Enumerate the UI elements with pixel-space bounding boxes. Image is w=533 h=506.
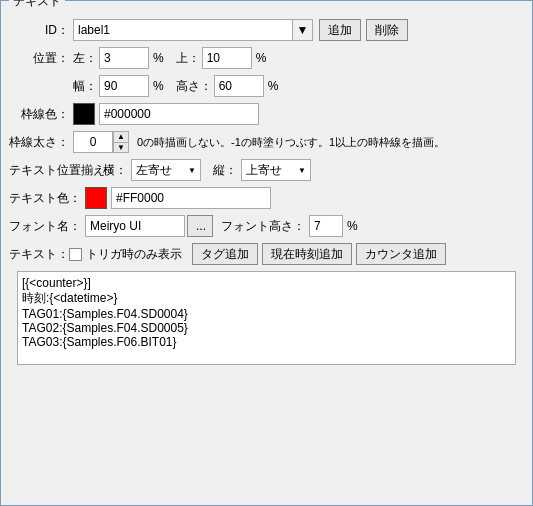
counter-add-button[interactable]: カウンタ追加: [356, 243, 446, 265]
height-label: 高さ：: [176, 78, 212, 95]
spinner-buttons: ▲ ▼: [113, 131, 129, 153]
h-align-arrow: ▼: [188, 166, 196, 175]
v-align-arrow: ▼: [298, 166, 306, 175]
border-width-row: 枠線太さ： ▲ ▼ 0の時描画しない。-1の時塗りつぶす。1以上の時枠線を描画。: [9, 131, 524, 153]
size-row: 幅： % 高さ： %: [9, 75, 524, 97]
id-label: ID：: [9, 22, 69, 39]
text-content-textarea[interactable]: [{<counter>}] 時刻:{<datetime>} TAG01:{Sam…: [17, 271, 516, 365]
font-height-pct: %: [347, 219, 358, 233]
width-input[interactable]: [99, 75, 149, 97]
top-label: 上：: [176, 50, 200, 67]
spinner-down[interactable]: ▼: [113, 142, 129, 153]
h-align-label: 横：: [103, 162, 127, 179]
left-pct: %: [153, 51, 164, 65]
v-align-label: 縦：: [213, 162, 237, 179]
text-content-wrap: [{<counter>}] 時刻:{<datetime>} TAG01:{Sam…: [17, 269, 516, 368]
delete-button[interactable]: 削除: [366, 19, 408, 41]
id-input[interactable]: [73, 19, 293, 41]
text-section-label: テキスト：: [9, 246, 61, 263]
width-pct: %: [153, 79, 164, 93]
v-align-value: 上寄せ: [246, 162, 298, 179]
v-align-select[interactable]: 上寄せ ▼: [241, 159, 311, 181]
id-dropdown-arrow[interactable]: ▼: [293, 19, 313, 41]
text-section-row: テキスト： トリガ時のみ表示 タグ追加 現在時刻追加 カウンタ追加: [9, 243, 524, 265]
height-pct: %: [268, 79, 279, 93]
width-label: 幅：: [73, 78, 97, 95]
border-width-spinner: ▲ ▼: [73, 131, 129, 153]
text-color-row: テキスト色：: [9, 187, 524, 209]
font-name-input[interactable]: [85, 215, 185, 237]
trigger-checkbox-wrap: トリガ時のみ表示: [69, 246, 182, 263]
border-color-row: 枠線色：: [9, 103, 524, 125]
border-color-input[interactable]: [99, 103, 259, 125]
trigger-label: トリガ時のみ表示: [86, 246, 182, 263]
text-panel: テキスト ID： ▼ 追加 削除 位置： 左： % 上： % 幅： % 高さ： …: [0, 0, 533, 506]
top-input[interactable]: [202, 47, 252, 69]
font-row: フォント名： ... フォント高さ： %: [9, 215, 524, 237]
text-color-input[interactable]: [111, 187, 271, 209]
font-label: フォント名：: [9, 218, 81, 235]
add-button[interactable]: 追加: [319, 19, 361, 41]
id-actions: 追加 削除: [319, 19, 408, 41]
border-note: 0の時描画しない。-1の時塗りつぶす。1以上の時枠線を描画。: [137, 135, 445, 150]
h-align-value: 左寄せ: [136, 162, 188, 179]
h-align-select[interactable]: 左寄せ ▼: [131, 159, 201, 181]
text-align-row: テキスト位置揃え： 横： 左寄せ ▼ 縦： 上寄せ ▼: [9, 159, 524, 181]
spinner-up[interactable]: ▲: [113, 131, 129, 142]
id-row: ID： ▼ 追加 削除: [9, 19, 524, 41]
text-color-swatch[interactable]: [85, 187, 107, 209]
text-color-label: テキスト色：: [9, 190, 81, 207]
font-browse-button[interactable]: ...: [187, 215, 213, 237]
trigger-checkbox[interactable]: [69, 248, 82, 261]
border-width-label: 枠線太さ：: [9, 134, 69, 151]
height-input[interactable]: [214, 75, 264, 97]
align-label: テキスト位置揃え：: [9, 162, 99, 179]
border-color-label: 枠線色：: [9, 106, 69, 123]
border-color-swatch[interactable]: [73, 103, 95, 125]
font-height-input[interactable]: [309, 215, 343, 237]
left-label: 左：: [73, 50, 97, 67]
position-row: 位置： 左： % 上： %: [9, 47, 524, 69]
time-add-button[interactable]: 現在時刻追加: [262, 243, 352, 265]
panel-title: テキスト: [9, 0, 65, 10]
font-height-label: フォント高さ：: [221, 218, 305, 235]
left-input[interactable]: [99, 47, 149, 69]
tag-add-button[interactable]: タグ追加: [192, 243, 258, 265]
pos-label: 位置：: [9, 50, 69, 67]
top-pct: %: [256, 51, 267, 65]
border-width-input[interactable]: [73, 131, 113, 153]
